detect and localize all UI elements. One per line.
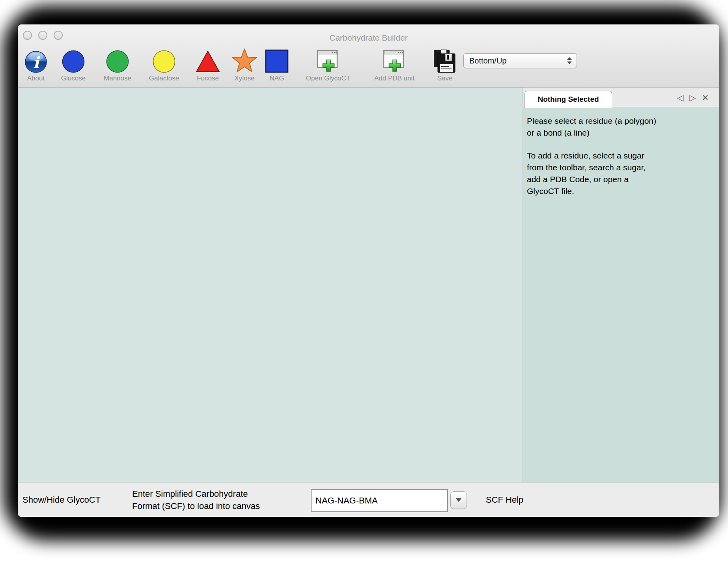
glucose-circle-icon — [62, 47, 85, 73]
xylose-button[interactable]: Xylose — [229, 47, 260, 82]
orientation-select[interactable]: Bottom/Up — [463, 53, 577, 68]
tab-next-icon[interactable]: ▷ — [689, 93, 696, 102]
message-line: or a bond (a line) — [527, 127, 711, 139]
stepper-arrows-icon — [567, 57, 572, 64]
message-line: add a PDB Code, or open a — [527, 173, 711, 185]
tab-label: Nothing Selected — [538, 95, 599, 104]
message-line: To add a residue, select a sugar — [527, 150, 711, 162]
window-plus-icon — [382, 47, 407, 73]
nag-square-icon — [265, 47, 289, 73]
window-title: Carbohydrate Builder — [18, 33, 719, 43]
add-pdb-unit-button[interactable]: Add PDB unit — [365, 47, 424, 82]
scf-help-button[interactable]: SCF Help — [486, 483, 523, 517]
scf-prompt-line: Enter Simplified Carbohydrate — [132, 488, 248, 500]
window-header: Carbohydrate Builder i About Glucose — [18, 24, 719, 88]
scf-prompt-line: Format (SCF) to load into canvas — [132, 500, 260, 512]
app-window: Carbohydrate Builder i About Glucose — [18, 24, 719, 517]
window-plus-icon — [316, 47, 340, 73]
galactose-button[interactable]: Galactose — [142, 47, 186, 82]
tab-close-icon[interactable]: ✕ — [702, 93, 709, 102]
scf-history-dropdown-button[interactable] — [450, 491, 467, 509]
inspector-message: Please select a residue (a polygon) or a… — [523, 107, 719, 197]
bottom-bar: Show/Hide GlycoCT Enter Simplified Carbo… — [18, 483, 719, 517]
orientation-select-value: Bottom/Up — [464, 56, 567, 65]
show-hide-glycoct-button[interactable]: Show/Hide GlycoCT — [22, 483, 101, 517]
info-icon: i — [24, 47, 47, 73]
save-button[interactable]: Save — [431, 47, 459, 82]
inspector-panel: Nothing Selected ◁ ▷ ✕ Please select a r… — [523, 88, 719, 483]
drawing-canvas[interactable] — [18, 88, 523, 483]
message-line: GlycoCT file. — [527, 185, 711, 197]
inspector-tab-strip: Nothing Selected ◁ ▷ ✕ — [523, 88, 719, 107]
scf-input[interactable] — [311, 489, 448, 512]
galactose-circle-icon — [152, 47, 176, 73]
tab-nothing-selected[interactable]: Nothing Selected — [525, 91, 612, 108]
mannose-circle-icon — [106, 47, 129, 73]
fucose-triangle-icon — [195, 47, 221, 73]
about-button[interactable]: i About — [20, 47, 52, 82]
xylose-star-icon — [231, 47, 258, 73]
glucose-button[interactable]: Glucose — [56, 47, 91, 82]
nag-button[interactable]: NAG — [264, 47, 289, 82]
message-line: from the toolbar, search a sugar, — [527, 162, 711, 173]
scf-prompt-label: Enter Simplified Carbohydrate Format (SC… — [132, 483, 260, 517]
fucose-button[interactable]: Fucose — [192, 47, 224, 82]
floppy-disk-icon — [433, 47, 457, 73]
message-line: Please select a residue (a polygon) — [527, 115, 711, 127]
chevron-down-icon — [456, 498, 461, 502]
tab-nav-controls: ◁ ▷ ✕ — [677, 88, 709, 107]
open-glycoct-button[interactable]: Open GlycoCT — [297, 47, 360, 82]
tab-prev-icon[interactable]: ◁ — [677, 93, 683, 102]
mannose-button[interactable]: Mannose — [98, 47, 137, 82]
